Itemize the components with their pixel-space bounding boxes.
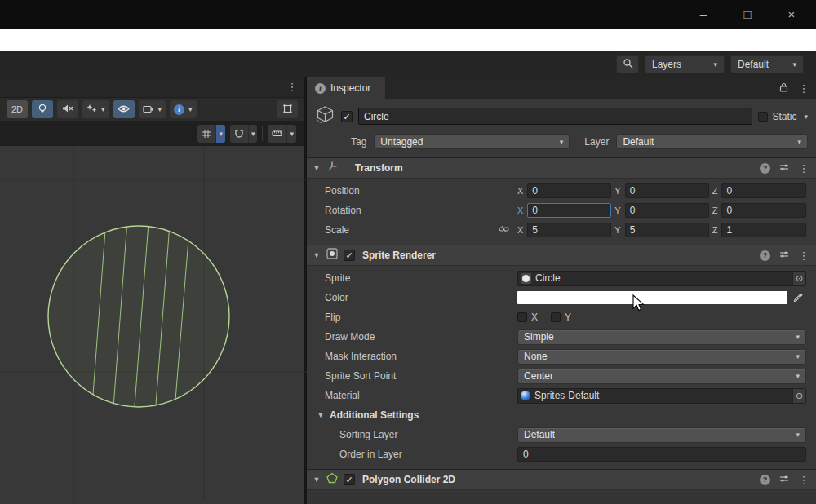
scene-panel-menu-button[interactable]: ⋮ [286, 81, 298, 93]
scene-audio-toggle[interactable] [57, 100, 78, 118]
layer-dropdown[interactable]: Default ▾ [616, 134, 808, 149]
sorting-layer-dropdown[interactable]: Default ▾ [517, 427, 806, 443]
info-circle-icon: i [315, 83, 326, 94]
flip-x-checkbox[interactable] [517, 312, 527, 322]
flip-y-group: Y [551, 312, 571, 323]
polygon-collider-header[interactable]: ▼ ✓ Polygon Collider 2D ? ⋮ [307, 469, 816, 490]
maximize-icon: □ [743, 7, 751, 21]
flip-row: Flip X Y [307, 307, 816, 327]
rotation-y-field[interactable] [625, 203, 709, 218]
eyedropper-icon[interactable] [790, 293, 806, 303]
snap-settings-dropdown[interactable]: ▾ [248, 125, 258, 143]
foldout-arrow-icon[interactable]: ▼ [313, 475, 321, 484]
polygon-collider-enabled-checkbox[interactable]: ✓ [344, 474, 355, 485]
rect-tool-button[interactable] [277, 100, 298, 118]
material-value: Sprites-Default [530, 390, 792, 401]
rotation-x-field[interactable] [527, 203, 611, 218]
mask-interaction-dropdown[interactable]: None ▾ [517, 349, 806, 365]
help-icon[interactable]: ? [760, 163, 770, 174]
inspector-empty-area [307, 490, 816, 504]
object-picker-icon[interactable]: ⊙ [792, 272, 805, 285]
editor-toolbar: Layers ▾ Default ▾ [0, 51, 816, 77]
foldout-arrow-icon[interactable]: ▼ [313, 251, 321, 259]
sprite-renderer-enabled-checkbox[interactable]: ✓ [344, 250, 355, 261]
sprite-renderer-body: Sprite Circle ⊙ Color [307, 266, 816, 469]
menu-area [0, 29, 816, 51]
tab-inspector[interactable]: i Inspector [307, 77, 385, 99]
rotation-z-field[interactable] [721, 203, 806, 218]
order-in-layer-field[interactable] [517, 447, 806, 462]
snap-settings-button[interactable]: ▾ [230, 125, 258, 143]
minimize-icon: – [700, 7, 707, 21]
inspector-tab-label: Inspector [330, 82, 370, 94]
lock-icon[interactable] [779, 81, 788, 95]
inspector-tabbar: i Inspector ⋮ [307, 77, 816, 99]
mode-2d-toggle[interactable]: 2D [7, 100, 28, 118]
scale-x-field[interactable] [527, 223, 611, 237]
sprite-sort-point-dropdown[interactable]: Center ▾ [517, 369, 806, 384]
tag-dropdown[interactable]: Untagged ▾ [374, 134, 570, 149]
object-picker-icon[interactable]: ⊙ [792, 389, 805, 403]
presets-icon[interactable] [779, 248, 789, 263]
grid-icon [197, 125, 215, 143]
gameobject-active-checkbox[interactable]: ✓ [341, 111, 353, 122]
component-menu-button[interactable]: ⋮ [798, 162, 809, 175]
search-button[interactable] [616, 55, 639, 73]
flip-y-checkbox[interactable] [551, 312, 561, 322]
layout-dropdown[interactable]: Default ▾ [730, 55, 804, 73]
grid-size-button[interactable]: ▾ [268, 125, 296, 143]
minimize-button[interactable]: – [694, 7, 713, 22]
sprite-sort-point-value: Center [524, 370, 553, 382]
check-icon: ✓ [343, 112, 350, 122]
axis-x-label: X [517, 186, 523, 196]
static-checkbox[interactable] [758, 112, 768, 122]
presets-icon[interactable] [779, 472, 789, 487]
scale-z-field[interactable] [721, 223, 806, 237]
scene-overlay-info-button[interactable]: i ▾ [170, 100, 197, 118]
static-group: Static ▾ [758, 111, 808, 122]
presets-icon[interactable] [779, 161, 789, 175]
static-dropdown-caret[interactable]: ▾ [804, 113, 808, 121]
scene-effects-toggle[interactable]: ▾ [82, 100, 109, 118]
toolbar-divider [262, 126, 263, 141]
axis-y-label: Y [614, 186, 620, 196]
transform-icon [326, 161, 338, 175]
position-z-field[interactable] [721, 183, 806, 198]
component-menu-button[interactable]: ⋮ [798, 250, 809, 262]
close-button[interactable]: × [782, 7, 801, 22]
scene-visibility-toggle[interactable] [113, 100, 135, 118]
position-x-field[interactable] [527, 183, 611, 198]
draw-mode-dropdown[interactable]: Simple ▾ [517, 329, 806, 345]
draw-mode-label: Draw Mode [325, 331, 517, 343]
help-icon[interactable]: ? [760, 475, 770, 485]
sprite-sort-point-row: Sprite Sort Point Center ▾ [307, 366, 816, 386]
component-menu-button[interactable]: ⋮ [798, 474, 809, 486]
grid-size-dropdown[interactable]: ▾ [286, 125, 296, 143]
scene-lighting-toggle[interactable] [32, 100, 53, 118]
sprite-renderer-header[interactable]: ▼ ✓ Sprite Renderer ? ⋮ [307, 245, 816, 266]
link-scale-icon[interactable] [499, 224, 509, 236]
color-swatch[interactable] [517, 291, 787, 304]
scene-viewport[interactable] [0, 146, 304, 504]
circle-sprite-outline [48, 226, 229, 407]
maximize-button[interactable]: □ [738, 7, 757, 22]
layers-dropdown[interactable]: Layers ▾ [645, 55, 725, 73]
grid-settings-dropdown[interactable]: ▾ [215, 125, 225, 143]
help-icon[interactable]: ? [760, 250, 770, 261]
chevron-down-icon: ▾ [290, 130, 294, 138]
position-y-field[interactable] [625, 183, 709, 198]
scene-camera-settings-button[interactable]: ▾ [139, 100, 166, 118]
unity-editor-window: – □ × Layers ▾ Default ▾ ⋮ [0, 0, 816, 504]
transform-header[interactable]: ▼ Transform ? ⋮ [307, 157, 816, 179]
gameobject-name-field[interactable] [358, 108, 752, 125]
additional-settings-foldout[interactable]: ▼ Additional Settings [307, 405, 816, 425]
grid-visibility-button[interactable]: ▾ [197, 125, 225, 143]
scale-y-field[interactable] [625, 223, 709, 237]
sprite-object-field[interactable]: Circle ⊙ [517, 271, 806, 286]
inspector-menu-button[interactable]: ⋮ [798, 82, 809, 95]
eye-icon [118, 104, 130, 115]
layout-dropdown-label: Default [738, 59, 769, 70]
inspector-tab-actions: ⋮ [779, 77, 816, 99]
foldout-arrow-icon[interactable]: ▼ [313, 164, 321, 172]
material-object-field[interactable]: Sprites-Default ⊙ [517, 388, 806, 404]
